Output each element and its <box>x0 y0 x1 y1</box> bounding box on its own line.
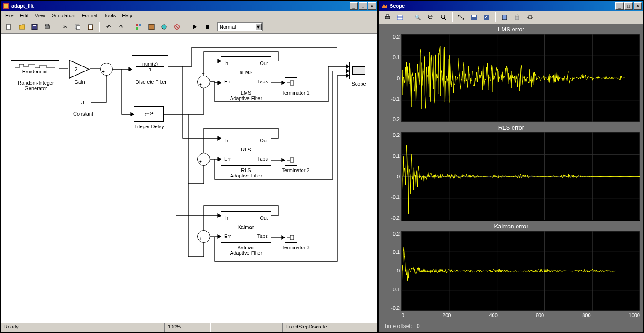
menu-format[interactable]: Format <box>79 12 101 19</box>
svg-marker-24 <box>131 112 134 116</box>
matlab-icon <box>381 2 388 10</box>
menu-edit[interactable]: Edit <box>17 12 31 19</box>
scope-params-button[interactable] <box>395 12 406 22</box>
float-button[interactable] <box>499 12 510 22</box>
model-explorer-button[interactable] <box>146 22 157 32</box>
model-canvas[interactable]: Random int Random-Integer Generator 2 Ga… <box>1 34 377 322</box>
update-button[interactable] <box>171 22 182 32</box>
svg-line-17 <box>175 25 179 29</box>
time-offset-label: Time offset: <box>384 323 412 329</box>
svg-marker-30 <box>218 235 221 238</box>
scope-minimize-button[interactable]: _ <box>615 2 624 10</box>
paste-button[interactable] <box>85 22 96 32</box>
scope-titlebar[interactable]: Scope _ □ × <box>379 1 643 11</box>
chart-svg-kalman <box>402 231 640 311</box>
lock-button[interactable] <box>512 12 523 22</box>
close-button[interactable]: × <box>368 2 376 10</box>
block-random-integer[interactable]: Random int <box>11 60 59 77</box>
scope-print-button[interactable] <box>382 12 393 22</box>
gain-value-text: 2 <box>75 66 78 73</box>
undo-button[interactable]: ↶ <box>103 22 114 32</box>
svg-marker-19 <box>69 60 89 78</box>
rls-center-text: RLS <box>241 147 251 152</box>
menu-simulation[interactable]: Simulation <box>49 12 78 19</box>
simulink-statusbar: Ready 100% FixedStepDiscrete <box>1 322 377 332</box>
status-blank <box>210 323 283 332</box>
block-terminator1[interactable] <box>285 77 297 88</box>
svg-rect-41 <box>386 15 389 16</box>
block-constant[interactable]: -3 <box>73 96 91 109</box>
zoom-x-button[interactable] <box>425 12 436 22</box>
chevron-down-icon: ▼ <box>255 23 262 30</box>
debug-button[interactable] <box>159 22 170 32</box>
svg-marker-27 <box>218 214 221 217</box>
block-discrete-filter[interactable]: num(z) 1 <box>132 56 168 77</box>
simulation-mode-select[interactable]: Normal ▼ <box>217 22 263 31</box>
minimize-button[interactable]: _ <box>350 2 358 10</box>
copy-button[interactable] <box>72 22 83 32</box>
plot-lms: LMS error 0.20.10-0.1-0.2 <box>382 26 640 122</box>
scope-close-button[interactable]: × <box>634 2 642 10</box>
discrete-filter-num: num(z) <box>142 61 158 66</box>
svg-rect-52 <box>472 15 476 17</box>
port-in: In <box>224 61 228 66</box>
svg-rect-6 <box>46 24 49 26</box>
svg-marker-38 <box>346 69 349 73</box>
open-button[interactable] <box>16 22 27 32</box>
menu-tools[interactable]: Tools <box>101 12 119 19</box>
redo-button[interactable]: ↷ <box>116 22 126 32</box>
svg-marker-39 <box>346 74 349 77</box>
block-gain[interactable]: 2 <box>68 59 91 79</box>
svg-rect-54 <box>502 15 507 20</box>
svg-rect-1 <box>4 4 8 8</box>
simulink-titlebar[interactable]: adapt_filt _ □ × <box>1 1 377 11</box>
library-browser-button[interactable] <box>133 22 144 32</box>
time-offset-value: 0 <box>417 323 420 329</box>
autoscale-button[interactable] <box>456 12 467 22</box>
block-terminator3[interactable] <box>285 232 297 243</box>
cut-button[interactable]: ✂ <box>60 22 70 32</box>
zoom-y-button[interactable] <box>438 12 449 22</box>
block-terminator2[interactable] <box>285 155 297 166</box>
zoom-in-button[interactable]: 🔍 <box>413 12 423 22</box>
block-scope[interactable] <box>349 62 368 79</box>
menu-view[interactable]: View <box>32 12 49 19</box>
maximize-button[interactable]: □ <box>359 2 367 10</box>
svg-marker-32 <box>282 81 285 85</box>
block-lms-filter[interactable]: In Out Err Taps nLMS <box>221 56 271 88</box>
svg-rect-12 <box>139 24 141 26</box>
svg-rect-40 <box>385 16 390 19</box>
save-button[interactable] <box>29 22 40 32</box>
svg-marker-28 <box>218 81 221 85</box>
menu-help[interactable]: Help <box>119 12 135 19</box>
kalman-center-text: Kalman <box>237 224 254 230</box>
signal-select-button[interactable] <box>524 12 535 22</box>
svg-marker-37 <box>346 65 349 68</box>
play-button[interactable] <box>189 22 200 32</box>
print-button[interactable] <box>42 22 53 32</box>
svg-rect-42 <box>397 15 403 20</box>
svg-rect-11 <box>136 24 138 26</box>
label-random-integer: Random-Integer Generator <box>6 80 65 91</box>
svg-marker-26 <box>218 136 221 140</box>
save-axes-button[interactable] <box>468 12 479 22</box>
new-button[interactable] <box>4 22 15 32</box>
block-integer-delay[interactable]: z⁻²⁴ <box>134 106 164 122</box>
plot-area-lms[interactable]: 0.20.10-0.1-0.2 <box>401 34 640 122</box>
label-scope: Scope <box>347 81 371 86</box>
svg-rect-53 <box>484 15 489 20</box>
plot-area-rls[interactable]: 0.20.10-0.1-0.2 <box>401 132 640 221</box>
plot-rls: RLS error 0.20.10-0.1-0.2 <box>382 124 640 221</box>
svg-rect-8 <box>77 25 80 30</box>
constant-value: -3 <box>80 100 84 105</box>
plot-area-kalman[interactable]: 0.20.10-0.1-0.2 02004006008001000 <box>401 231 640 311</box>
scope-maximize-button[interactable]: □ <box>624 2 633 10</box>
svg-marker-25 <box>218 59 221 63</box>
yticks-kalman: 0.20.10-0.1-0.2 <box>384 231 400 311</box>
menu-file[interactable]: File <box>3 12 16 19</box>
stop-button[interactable] <box>202 22 213 32</box>
label-terminator3: Terminator 3 <box>277 245 314 250</box>
block-rls-filter[interactable]: In Out Err Taps RLS <box>221 134 271 166</box>
block-kalman-filter[interactable]: In Out Err Taps Kalman <box>221 211 271 243</box>
restore-axes-button[interactable] <box>481 12 492 22</box>
